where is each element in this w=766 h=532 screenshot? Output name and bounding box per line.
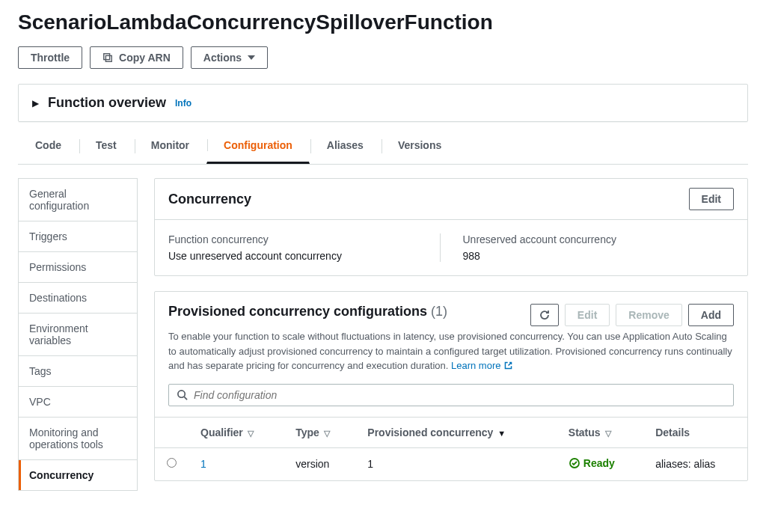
tab-monitor[interactable]: Monitor	[134, 128, 206, 164]
remove-provisioned-button[interactable]: Remove	[616, 304, 681, 326]
sidebar-item-triggers[interactable]: Triggers	[19, 221, 137, 252]
cell-details: aliases: alias	[643, 447, 747, 480]
cell-qualifier[interactable]: 1	[189, 447, 284, 480]
row-select-radio[interactable]	[167, 458, 177, 468]
sidebar-item-destinations[interactable]: Destinations	[19, 283, 137, 314]
learn-more-link[interactable]: Learn more	[451, 360, 513, 371]
edit-concurrency-button[interactable]: Edit	[689, 188, 734, 210]
sidebar-item-concurrency[interactable]: Concurrency	[19, 460, 137, 490]
sidebar-item-env-vars[interactable]: Environment variables	[19, 314, 137, 356]
unreserved-label: Unreserved account concurrency	[463, 233, 712, 245]
tab-configuration[interactable]: Configuration	[206, 128, 310, 164]
col-details: Details	[643, 417, 747, 447]
cell-provisioned: 1	[355, 447, 557, 480]
col-qualifier[interactable]: Qualifier▽	[189, 417, 284, 447]
sidebar-item-vpc[interactable]: VPC	[19, 387, 137, 418]
action-toolbar: Throttle Copy ARN Actions	[18, 46, 748, 69]
search-icon	[177, 389, 188, 400]
svg-marker-2	[248, 55, 255, 60]
overview-title: Function overview	[48, 95, 166, 111]
unreserved-value: 988	[463, 250, 712, 262]
copy-arn-label: Copy ARN	[119, 52, 171, 64]
svg-line-4	[184, 397, 187, 400]
concurrency-card: Concurrency Edit Function concurrency Us…	[154, 178, 748, 276]
copy-arn-button[interactable]: Copy ARN	[90, 46, 183, 69]
caret-down-icon	[248, 54, 255, 61]
function-concurrency-value: Use unreserved account concurrency	[168, 250, 417, 262]
col-provisioned[interactable]: Provisioned concurrency▼	[355, 417, 557, 447]
col-status[interactable]: Status▽	[557, 417, 643, 447]
edit-provisioned-button[interactable]: Edit	[565, 304, 610, 326]
throttle-button[interactable]: Throttle	[18, 46, 82, 69]
copy-icon	[102, 52, 113, 63]
check-circle-icon	[569, 457, 580, 469]
external-link-icon	[503, 361, 513, 370]
sidebar-item-monitoring[interactable]: Monitoring and operations tools	[19, 418, 137, 460]
sidebar-item-permissions[interactable]: Permissions	[19, 252, 137, 283]
provisioned-concurrency-card: Provisioned concurrency configurations (…	[154, 291, 748, 481]
expand-caret-icon: ▶	[32, 98, 39, 108]
actions-label: Actions	[203, 52, 242, 64]
provisioned-description: To enable your function to scale without…	[155, 326, 747, 384]
search-input-wrapper[interactable]	[168, 384, 734, 406]
configuration-sidebar: General configuration Triggers Permissio…	[18, 178, 138, 491]
provisioned-table: Qualifier▽ Type▽ Provisioned concurrency…	[155, 417, 747, 480]
table-row[interactable]: 1 version 1 Ready	[155, 447, 747, 480]
tab-aliases[interactable]: Aliases	[310, 128, 381, 164]
concurrency-title: Concurrency	[168, 192, 251, 207]
tab-versions[interactable]: Versions	[381, 128, 459, 164]
svg-rect-0	[105, 55, 111, 61]
add-provisioned-button[interactable]: Add	[688, 304, 734, 326]
sidebar-item-tags[interactable]: Tags	[19, 356, 137, 387]
actions-dropdown-button[interactable]: Actions	[191, 46, 268, 69]
col-type[interactable]: Type▽	[284, 417, 355, 447]
tab-code[interactable]: Code	[18, 128, 79, 164]
search-input[interactable]	[194, 389, 726, 401]
sidebar-item-general[interactable]: General configuration	[19, 179, 137, 221]
page-title: ScenarioLambdaConcurrencySpilloverFuncti…	[18, 10, 748, 34]
refresh-icon	[539, 309, 551, 321]
provisioned-count: (1)	[431, 304, 447, 319]
info-link[interactable]: Info	[175, 98, 192, 108]
svg-rect-1	[104, 54, 110, 60]
function-tabs: Code Test Monitor Configuration Aliases …	[18, 128, 748, 165]
tab-test[interactable]: Test	[79, 128, 134, 164]
refresh-button[interactable]	[530, 304, 559, 326]
function-concurrency-label: Function concurrency	[168, 233, 417, 245]
cell-type: version	[284, 447, 355, 480]
provisioned-title: Provisioned concurrency configurations (…	[168, 304, 447, 319]
function-overview-panel[interactable]: ▶ Function overview Info	[18, 84, 748, 122]
cell-status: Ready	[557, 447, 643, 480]
svg-point-3	[178, 391, 185, 397]
